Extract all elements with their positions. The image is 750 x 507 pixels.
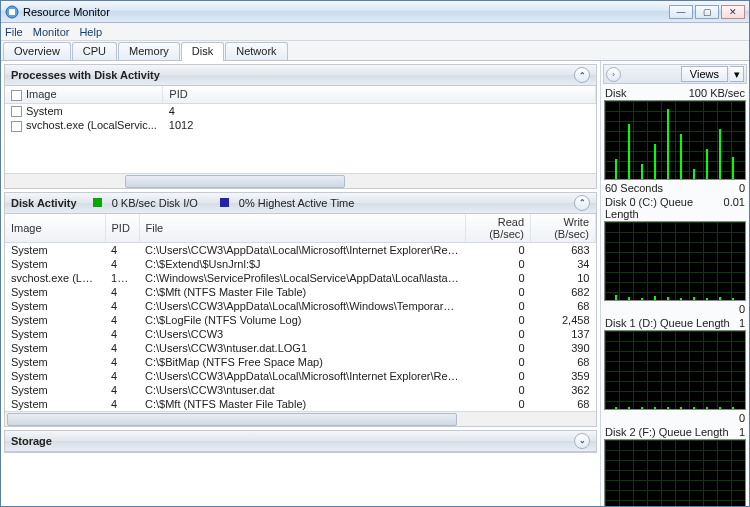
chart-scale: 100 KB/sec (689, 87, 745, 99)
chart-title: Disk 0 (C:) Queue Length (605, 196, 724, 220)
table-row[interactable]: System4C:\Users\CCW3\AppData\Local\Micro… (5, 299, 596, 313)
col-file[interactable]: File (139, 214, 466, 243)
storage-header[interactable]: Storage ⌄ (5, 431, 596, 452)
table-row[interactable]: System4C:\Users\CCW3\ntuser.dat.LOG10390 (5, 341, 596, 355)
processes-panel: Processes with Disk Activity ⌃ Image PID… (4, 64, 597, 189)
disk-activity-table: Image PID File Read (B/sec) Write (B/sec… (5, 214, 596, 411)
col-pid[interactable]: PID (163, 86, 596, 103)
checkbox-all[interactable] (11, 90, 22, 101)
window-title: Resource Monitor (23, 6, 110, 18)
processes-panel-title: Processes with Disk Activity (11, 69, 160, 81)
chart-graph (604, 330, 746, 410)
chart-scale: 1 (739, 317, 745, 329)
tab-overview[interactable]: Overview (3, 42, 71, 60)
menu-help[interactable]: Help (79, 26, 102, 38)
storage-panel: Storage ⌄ (4, 430, 597, 453)
expand-icon[interactable]: ⌄ (574, 433, 590, 449)
chart-title: Disk 2 (F:) Queue Length (605, 426, 729, 438)
chart-graph (604, 100, 746, 180)
table-row[interactable]: System4C:\$BitMap (NTFS Free Space Map)0… (5, 355, 596, 369)
svg-rect-1 (9, 9, 15, 15)
chart-title: Disk (605, 87, 626, 99)
table-row[interactable]: System4C:\$Extend\$UsnJrnl:$J034 (5, 257, 596, 271)
active-time-label: 0% Highest Active Time (239, 197, 355, 209)
storage-title: Storage (11, 435, 52, 447)
right-sidebar: › Views ▾ Disk100 KB/sec60 Seconds0Disk … (600, 61, 749, 506)
disk-io-label: 0 KB/sec Disk I/O (112, 197, 198, 209)
minimize-button[interactable]: — (669, 5, 693, 19)
collapse-icon[interactable]: ⌃ (574, 195, 590, 211)
maximize-button[interactable]: ▢ (695, 5, 719, 19)
disk-activity-header[interactable]: Disk Activity 0 KB/sec Disk I/O 0% Highe… (5, 193, 596, 214)
tab-bar: Overview CPU Memory Disk Network (1, 41, 749, 61)
collapse-icon[interactable]: ⌃ (574, 67, 590, 83)
blue-square-icon (220, 198, 229, 207)
chart-scale: 1 (739, 426, 745, 438)
processes-scrollbar[interactable] (5, 173, 596, 188)
title-bar: Resource Monitor — ▢ ✕ (1, 1, 749, 23)
menu-file[interactable]: File (5, 26, 23, 38)
table-row[interactable]: System4 (5, 103, 596, 118)
disk-activity-title: Disk Activity (11, 197, 77, 209)
views-dropdown[interactable]: ▾ (730, 66, 744, 82)
col-image[interactable]: Image (5, 86, 163, 103)
tab-network[interactable]: Network (225, 42, 287, 60)
sidebar-collapse-icon[interactable]: › (606, 67, 621, 82)
chart-xright: 0 (739, 182, 745, 194)
chart-scale: 0.01 (724, 196, 745, 220)
table-row[interactable]: System4C:\Users\CCW3\AppData\Local\Micro… (5, 242, 596, 257)
table-row[interactable]: System4C:\$Mft (NTFS Master File Table)0… (5, 397, 596, 411)
table-row[interactable]: System4C:\Users\CCW3\ntuser.dat0362 (5, 383, 596, 397)
table-row[interactable]: System4C:\$LogFile (NTFS Volume Log)02,4… (5, 313, 596, 327)
menu-monitor[interactable]: Monitor (33, 26, 70, 38)
processes-panel-header[interactable]: Processes with Disk Activity ⌃ (5, 65, 596, 86)
app-icon (5, 5, 19, 19)
col-read[interactable]: Read (B/sec) (466, 214, 531, 243)
tab-memory[interactable]: Memory (118, 42, 180, 60)
chart-graph (604, 221, 746, 301)
checkbox[interactable] (11, 106, 22, 117)
disk-activity-panel: Disk Activity 0 KB/sec Disk I/O 0% Highe… (4, 192, 597, 427)
tab-disk[interactable]: Disk (181, 42, 224, 61)
table-row[interactable]: System4C:\Users\CCW3\AppData\Local\Micro… (5, 369, 596, 383)
col-pid[interactable]: PID (105, 214, 139, 243)
tab-cpu[interactable]: CPU (72, 42, 117, 60)
disk-scrollbar[interactable] (5, 411, 596, 426)
views-button[interactable]: Views (681, 66, 728, 82)
chart-title: Disk 1 (D:) Queue Length (605, 317, 730, 329)
col-write[interactable]: Write (B/sec) (531, 214, 596, 243)
chart-xright: 0 (739, 303, 745, 315)
table-row[interactable]: System4C:\$Mft (NTFS Master File Table)0… (5, 285, 596, 299)
processes-table: Image PID System4svchost.exe (LocalServi… (5, 86, 596, 133)
checkbox[interactable] (11, 121, 22, 132)
chart-graph (604, 439, 746, 506)
menu-bar: File Monitor Help (1, 23, 749, 41)
chart-xleft: 60 Seconds (605, 182, 663, 194)
green-square-icon (93, 198, 102, 207)
table-row[interactable]: svchost.exe (LocalServic...1012 (5, 118, 596, 133)
chart-xright: 0 (739, 412, 745, 424)
table-row[interactable]: System4C:\Users\CCW30137 (5, 327, 596, 341)
col-image[interactable]: Image (5, 214, 105, 243)
close-button[interactable]: ✕ (721, 5, 745, 19)
table-row[interactable]: svchost.exe (LocalServiceN...1012C:\Wind… (5, 271, 596, 285)
